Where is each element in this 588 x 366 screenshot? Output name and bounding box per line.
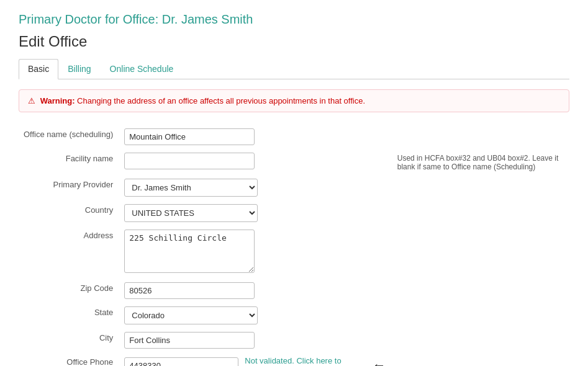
state-label: State <box>19 303 118 328</box>
office-name-label: Office name (scheduling) <box>19 125 118 149</box>
address-row: Address 225 Schilling Circle <box>19 226 569 279</box>
primary-provider-row: Primary Provider Dr. James Smith <box>19 175 569 200</box>
tab-basic[interactable]: Basic <box>19 59 58 79</box>
state-row: State Colorado <box>19 303 569 328</box>
tab-billing[interactable]: Billing <box>58 59 100 79</box>
office-phone-input[interactable] <box>124 357 238 367</box>
office-name-row: Office name (scheduling) <box>19 125 569 149</box>
primary-provider-label: Primary Provider <box>19 175 118 200</box>
address-textarea[interactable]: 225 Schilling Circle <box>124 230 255 273</box>
office-phone-row: Office Phone Not validated. Click here t… <box>19 352 569 366</box>
office-name-input[interactable] <box>124 128 255 145</box>
zip-code-label: Zip Code <box>19 279 118 303</box>
address-label: Address <box>19 226 118 279</box>
facility-name-cell <box>118 149 391 175</box>
facility-name-label: Facility name <box>19 149 118 175</box>
office-phone-cell: Not validated. Click here to verify with… <box>118 352 391 366</box>
office-phone-label: Office Phone <box>19 352 118 366</box>
city-label: City <box>19 328 118 352</box>
facility-name-row: Facility name Used in HCFA box#32 and UB… <box>19 149 569 175</box>
phone-row-container: Not validated. Click here to verify with… <box>124 356 386 366</box>
facility-name-input[interactable] <box>124 153 255 169</box>
warning-bold: Warning: <box>40 96 75 105</box>
warning-message: Changing the address of an office affect… <box>77 96 365 105</box>
zip-code-row: Zip Code <box>19 279 569 303</box>
country-row: Country UNITED STATES <box>19 200 569 226</box>
primary-doctor-title: Primary Doctor for Office: Dr. James Smi… <box>19 12 569 27</box>
city-cell <box>118 328 391 352</box>
tabs-bar: Basic Billing Online Schedule <box>19 59 569 79</box>
country-cell: UNITED STATES <box>118 200 391 226</box>
edit-office-form: Office name (scheduling) Facility name U… <box>19 125 569 366</box>
page-title: Edit Office <box>19 33 569 50</box>
city-row: City <box>19 328 569 352</box>
zip-code-input[interactable] <box>124 282 255 299</box>
warning-box: ⚠ Warning: Changing the address of an of… <box>19 89 569 112</box>
country-label: Country <box>19 200 118 226</box>
zip-code-cell <box>118 279 391 303</box>
office-name-cell <box>118 125 391 149</box>
tab-online-schedule[interactable]: Online Schedule <box>101 59 183 79</box>
country-select[interactable]: UNITED STATES <box>124 204 258 222</box>
facility-name-hint: Used in HCFA box#32 and UB04 box#2. Leav… <box>391 149 569 175</box>
warning-icon: ⚠ <box>28 96 35 105</box>
arrow-icon: ← <box>373 357 386 366</box>
city-input[interactable] <box>124 332 255 349</box>
state-cell: Colorado <box>118 303 391 328</box>
address-cell: 225 Schilling Circle <box>118 226 391 279</box>
state-select[interactable]: Colorado <box>124 306 258 324</box>
not-validated-link[interactable]: Not validated. Click here to verify with… <box>245 356 362 366</box>
primary-provider-select[interactable]: Dr. James Smith <box>124 179 258 197</box>
primary-provider-cell: Dr. James Smith <box>118 175 391 200</box>
